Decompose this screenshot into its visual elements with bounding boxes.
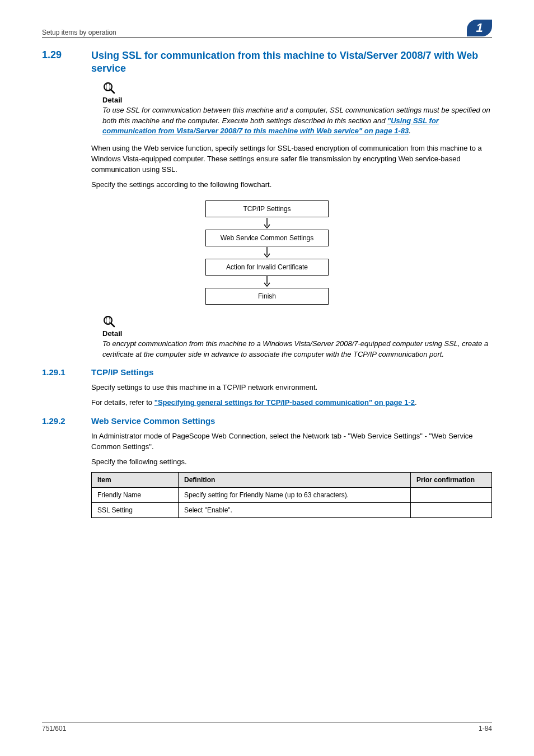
arrow-down-icon [263,276,271,287]
cell-item: SSL Setting [92,502,179,517]
sub1-paragraph-1: Specify settings to use this machine in … [91,382,492,393]
table-row: Friendly Name Specify setting for Friend… [92,487,492,502]
subsection-heading-1: 1.29.1 TCP/IP Settings [42,367,492,377]
cell-prior [411,502,492,517]
section-title: Using SSL for communication from this ma… [91,49,492,76]
magnifier-icon [102,315,492,328]
detail-heading: Detail [102,329,492,338]
th-definition: Definition [179,472,411,487]
detail-heading: Detail [102,96,492,104]
sub2-paragraph-1: In Administrator mode of PageScope Web C… [91,431,492,452]
detail-note-1: Detail To use SSL for communication betw… [102,81,492,137]
flow-node-finish: Finish [205,288,329,305]
detail-body: To encrypt communication from this machi… [102,339,492,360]
subsection-heading-2: 1.29.2 Web Service Common Settings [42,416,492,426]
chapter-badge: 1 [467,20,492,36]
detail-body: To use SSL for communication between thi… [102,105,492,137]
footer-model: 751/601 [42,725,66,732]
flow-arrow [205,246,329,259]
detail-body-suffix: . [409,127,411,135]
flow-node-certificate: Action for Invalid Certificate [205,259,329,276]
subsection-title: Web Service Common Settings [91,416,215,426]
flow-arrow [205,217,329,230]
footer-page: 1-84 [479,725,492,732]
subsection-title: TCP/IP Settings [91,367,153,377]
flowchart: TCP/IP Settings Web Service Common Setti… [205,200,329,305]
section-heading: 1.29 Using SSL for communication from th… [42,49,492,76]
svg-point-1 [106,83,110,90]
flow-arrow [205,276,329,288]
crossref-link[interactable]: "Specifying general settings for TCP/IP-… [154,398,415,407]
sub1-p2-prefix: For details, refer to [91,398,154,407]
sub1-p2-suffix: . [415,398,417,407]
detail-note-2: Detail To encrypt communication from thi… [102,315,492,360]
page-header: Setup items by operation 1 [42,20,492,38]
cell-item: Friendly Name [92,487,179,502]
svg-point-7 [106,316,110,324]
arrow-down-icon [263,247,271,258]
sub2-paragraph-2: Specify the following settings. [91,457,492,468]
th-item: Item [92,472,179,487]
svg-line-2 [111,90,114,93]
magnifier-icon [102,81,492,95]
chapter-number: 1 [476,20,483,36]
th-prior: Prior confirmation [411,472,492,487]
body-paragraph-2: Specify the settings according to the fo… [91,180,492,190]
flow-node-webservice: Web Service Common Settings [205,230,329,246]
svg-line-8 [111,323,114,326]
cell-definition: Select "Enable". [179,502,411,517]
cell-prior [411,487,492,502]
sub1-paragraph-2: For details, refer to "Specifying genera… [91,398,492,408]
arrow-down-icon [263,218,271,229]
subsection-number: 1.29.2 [42,416,91,426]
page-footer: 751/601 1-84 [42,722,492,732]
table-row: SSL Setting Select "Enable". [92,502,492,517]
section-number: 1.29 [42,49,91,76]
table-header-row: Item Definition Prior confirmation [92,472,492,487]
flow-node-tcpip: TCP/IP Settings [205,200,329,217]
cell-definition: Specify setting for Friendly Name (up to… [179,487,411,502]
subsection-number: 1.29.1 [42,367,91,377]
breadcrumb: Setup items by operation [42,29,116,36]
body-paragraph-1: When using the Web service function, spe… [91,143,492,175]
settings-table: Item Definition Prior confirmation Frien… [91,472,492,518]
